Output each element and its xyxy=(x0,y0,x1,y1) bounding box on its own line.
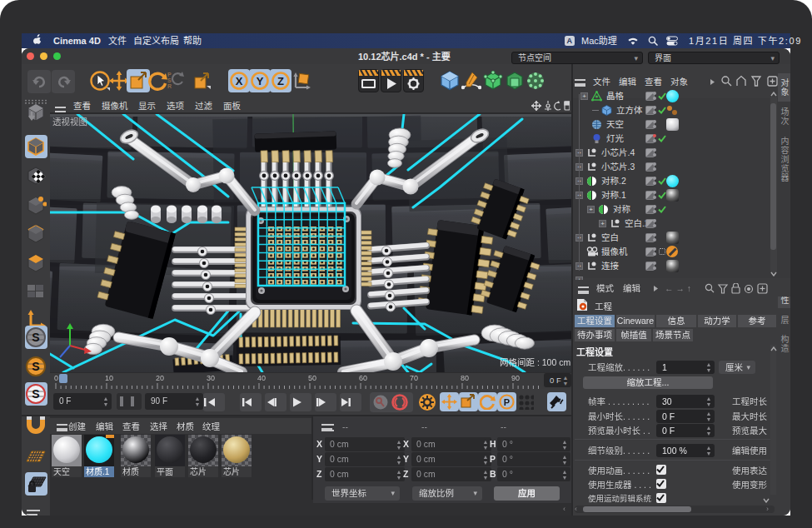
svg-text:S: S xyxy=(32,360,39,373)
svg-text:S: S xyxy=(167,77,172,83)
svg-text:S: S xyxy=(32,387,39,401)
svg-text:Z: Z xyxy=(277,75,284,87)
svg-text:透视视图: 透视视图 xyxy=(52,117,87,127)
svg-text:网格间距 : 100 cm: 网格间距 : 100 cm xyxy=(500,357,570,367)
svg-text:P: P xyxy=(504,397,510,407)
svg-text:R: R xyxy=(167,83,172,89)
svg-text:Y: Y xyxy=(257,75,264,87)
svg-text:S: S xyxy=(32,331,39,344)
svg-text:P: P xyxy=(167,72,172,77)
svg-text:X: X xyxy=(236,75,243,87)
